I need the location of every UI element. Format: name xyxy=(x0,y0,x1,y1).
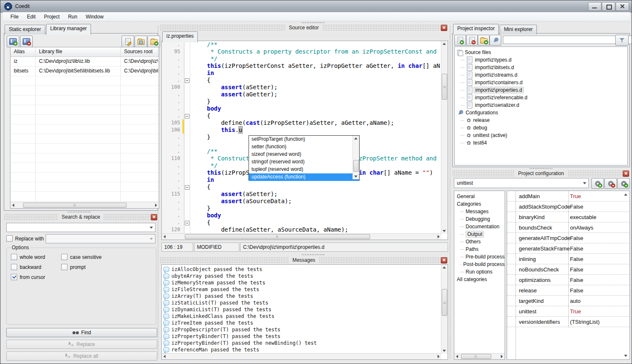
splitter-handle[interactable] xyxy=(529,168,553,169)
property-row[interactable]: addMainTrue xyxy=(507,191,629,201)
code-text[interactable]: { xyxy=(190,183,210,191)
search-panel-header[interactable]: Search & replace xyxy=(4,214,158,220)
property-value[interactable]: True xyxy=(570,308,581,315)
code-text[interactable]: */ xyxy=(190,162,218,169)
tab-iz-properties[interactable]: iz.properties xyxy=(162,31,198,42)
tree-item-file[interactable]: import\iz\bitsets.d xyxy=(455,64,627,71)
category-run-options[interactable]: Run options xyxy=(457,268,505,276)
code-text[interactable]: in xyxy=(190,70,214,77)
add-library-button[interactable] xyxy=(7,36,19,47)
category-output[interactable]: Output xyxy=(457,230,505,238)
message-item[interactable]: izMemoryStream passed the tests xyxy=(162,279,440,286)
property-row[interactable]: addStackStompCodeFalse xyxy=(507,201,629,212)
table-row[interactable] xyxy=(10,86,159,96)
code-text[interactable]: } xyxy=(190,134,210,141)
code-text[interactable]: assert(aSetter); xyxy=(190,191,277,198)
splitter-handle[interactable] xyxy=(301,22,325,23)
add-folder-sources-button[interactable] xyxy=(478,35,490,46)
code-text[interactable]: define(aSetter, aSourceData, aName); xyxy=(190,226,348,233)
remove-config-button[interactable] xyxy=(604,178,617,189)
fold-collapse-icon[interactable] xyxy=(185,114,189,119)
add-folder-button[interactable] xyxy=(148,36,160,47)
splitter-handle[interactable] xyxy=(301,254,325,256)
message-item[interactable]: izPropertyBinder(T) passed the newBindin… xyxy=(162,340,440,346)
grid-scroll-down[interactable] xyxy=(624,355,627,357)
menu-file[interactable]: File xyxy=(6,13,23,21)
code-text[interactable]: this(izPropSetterConst aSetter, izPropGe… xyxy=(190,62,440,70)
table-row[interactable] xyxy=(10,124,159,134)
table-row[interactable] xyxy=(10,105,159,115)
code-text[interactable]: * Constructs a property descriptor from … xyxy=(190,48,437,55)
completion-item[interactable]: sizeof (reserved word) xyxy=(249,151,359,158)
tree-item-file[interactable]: import\iz\streams.d xyxy=(455,71,627,79)
checkbox-box[interactable] xyxy=(11,254,17,260)
grid-scroll-up[interactable] xyxy=(624,194,627,196)
category-debugging[interactable]: Debugging xyxy=(457,215,505,223)
property-row[interactable]: boundsCheckonAlways xyxy=(507,222,629,233)
message-item[interactable]: izArray(T) passed the tests xyxy=(162,293,440,299)
maximize-button[interactable] xyxy=(602,2,615,11)
find-button[interactable]: Find xyxy=(6,328,157,337)
message-item[interactable]: izPropertyBinder(T) passed the tests xyxy=(162,333,440,340)
add-source-button[interactable] xyxy=(454,35,466,46)
property-value[interactable]: (TStringList) xyxy=(570,319,600,325)
column-header-sources-root[interactable]: Sources root xyxy=(121,47,158,57)
property-value[interactable]: True xyxy=(570,193,581,199)
project-config-header[interactable]: Project configuration xyxy=(452,170,630,177)
code-text[interactable]: { xyxy=(190,219,210,226)
editor-vscrollbar[interactable] xyxy=(441,41,448,234)
message-item[interactable]: izPropDescriptor(T) passed the tests xyxy=(162,326,440,333)
code-text[interactable]: assert(aSetter); xyxy=(190,84,277,91)
completion-item[interactable]: stringof (reserved word) xyxy=(249,158,359,166)
tree-item-file[interactable]: import\iz\referencable.d xyxy=(455,94,627,101)
close-button[interactable] xyxy=(616,2,629,11)
completion-item[interactable]: setter (function) xyxy=(249,143,359,151)
code-text[interactable]: { xyxy=(190,77,210,84)
property-value[interactable]: auto xyxy=(570,298,580,304)
code-text[interactable]: */ xyxy=(190,55,218,62)
message-item[interactable]: ubyteArray passed the tests xyxy=(162,273,440,279)
checkbox[interactable] xyxy=(6,235,13,242)
property-value[interactable]: False xyxy=(570,245,583,252)
remove-library-button[interactable] xyxy=(20,36,33,47)
category-post-build-process[interactable]: Post-build process xyxy=(457,261,505,268)
category-general[interactable]: General xyxy=(457,193,505,200)
table-row[interactable] xyxy=(10,115,159,124)
property-row[interactable]: binaryKindexecutable xyxy=(507,212,629,222)
code-text[interactable]: } xyxy=(190,98,210,105)
code-text[interactable]: /** xyxy=(190,148,218,155)
table-row[interactable] xyxy=(10,182,159,192)
fold-collapse-icon[interactable] xyxy=(185,221,189,225)
add-configuration-button[interactable] xyxy=(490,35,501,46)
message-item[interactable]: izMakeLinkedClass passed the tests xyxy=(162,313,440,320)
category-messages[interactable]: Messages xyxy=(457,208,505,215)
configuration-select[interactable]: unittest xyxy=(454,178,589,188)
close-icon[interactable] xyxy=(441,25,447,31)
tree-root-configurations[interactable]: Configurations xyxy=(455,109,627,116)
menu-project[interactable]: Project xyxy=(40,13,64,21)
table-row[interactable] xyxy=(10,173,159,182)
property-row[interactable]: optimizationsFalse xyxy=(507,275,629,285)
message-item[interactable]: referenceMan passed the tests xyxy=(162,346,440,353)
table-row[interactable] xyxy=(10,76,159,86)
inspector-filter-input[interactable] xyxy=(503,36,632,44)
message-item[interactable]: izStaticList(T) passed the tests xyxy=(162,299,440,306)
fold-collapse-icon[interactable] xyxy=(185,185,189,190)
tree-item-configuration[interactable]: test64 xyxy=(455,139,627,147)
tab-project-inspector[interactable]: Project inspector xyxy=(453,24,499,35)
menu-run[interactable]: Run xyxy=(64,13,81,21)
column-header-alias[interactable]: Alias xyxy=(10,47,36,57)
checkbox-backward[interactable]: backward xyxy=(11,264,41,270)
add-config-button[interactable] xyxy=(591,178,604,189)
code-text[interactable]: body xyxy=(190,105,221,112)
code-text[interactable]: } xyxy=(190,205,210,212)
categories-hscrollbar[interactable] xyxy=(454,353,505,359)
tree-item-file[interactable]: import\iz\properties.d xyxy=(455,86,627,94)
code-text[interactable]: in xyxy=(190,176,214,183)
property-row[interactable]: inliningFalse xyxy=(507,254,629,264)
code-text[interactable]: assert(aSourceData); xyxy=(190,198,292,205)
tree-item-file[interactable]: import\iz\serializer.d xyxy=(455,101,627,109)
run-config-button[interactable] xyxy=(617,178,630,189)
code-text[interactable] xyxy=(190,141,193,148)
tab-mini-explorer[interactable]: Mini explorer xyxy=(500,25,537,34)
